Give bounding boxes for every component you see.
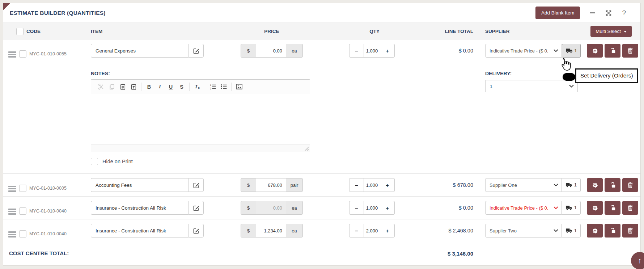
gear-icon xyxy=(592,227,598,234)
edit-item-button[interactable] xyxy=(188,224,204,238)
notes-textarea[interactable] xyxy=(91,94,310,144)
help-icon[interactable]: ? xyxy=(622,9,626,17)
paste-text-button[interactable] xyxy=(129,82,138,92)
minimize-icon[interactable] xyxy=(590,12,595,13)
page-title: ESTIMATE BUILDER (QUANTITIES) xyxy=(10,10,106,16)
numbered-list-button[interactable]: 12 xyxy=(208,82,217,92)
strikethrough-button[interactable]: S xyxy=(177,82,186,92)
set-delivery-button[interactable]: 1 xyxy=(562,201,581,215)
item-name-input[interactable] xyxy=(91,201,188,215)
drag-handle-icon[interactable] xyxy=(8,51,16,58)
cursor-pointer-icon xyxy=(559,58,571,72)
qty-input[interactable] xyxy=(364,201,380,215)
price-input[interactable] xyxy=(256,178,286,192)
edit-item-button[interactable] xyxy=(188,201,204,215)
row-checkbox[interactable] xyxy=(19,50,26,58)
paste-button[interactable] xyxy=(118,82,127,92)
multi-select-button[interactable]: Multi Select xyxy=(590,26,632,37)
gear-icon xyxy=(592,182,598,189)
edit-item-button[interactable] xyxy=(188,44,204,58)
qty-decrease-button[interactable]: − xyxy=(349,44,364,58)
drag-handle-icon[interactable] xyxy=(8,209,16,215)
qty-input[interactable] xyxy=(364,44,380,58)
trash-icon xyxy=(627,182,633,188)
unlock-button[interactable] xyxy=(605,178,620,192)
delete-button[interactable] xyxy=(622,224,638,238)
settings-button[interactable] xyxy=(587,44,603,58)
remove-format-button[interactable]: Tx xyxy=(192,82,202,92)
set-delivery-button[interactable]: 1 xyxy=(562,178,581,192)
settings-button[interactable] xyxy=(587,178,603,192)
set-delivery-button[interactable]: 1 xyxy=(562,224,581,238)
delivery-select[interactable]: 1 xyxy=(485,80,578,92)
underline-button[interactable]: U xyxy=(166,82,175,92)
tooltip: Set Delivery (Orders) xyxy=(575,68,638,83)
delivery-count: 1 xyxy=(574,228,577,233)
qty-input[interactable] xyxy=(364,178,380,192)
edit-item-button[interactable] xyxy=(188,178,204,192)
cost-centre-total-value: $ 3,146.00 xyxy=(398,251,474,257)
cut-button[interactable] xyxy=(96,82,106,92)
drag-handle-icon[interactable] xyxy=(8,186,16,192)
row-checkbox[interactable] xyxy=(19,185,26,192)
qty-decrease-button[interactable]: − xyxy=(349,224,364,238)
expand-icon[interactable] xyxy=(605,9,612,17)
delivery-count: 1 xyxy=(574,182,577,188)
unlock-button[interactable] xyxy=(605,224,620,238)
resize-handle[interactable] xyxy=(305,147,309,151)
chevron-down-icon xyxy=(554,206,558,209)
supplier-select[interactable]: Supplier Two xyxy=(485,224,562,238)
table-row: MYC-01-010-0005 $ pair − + $ 67 xyxy=(3,174,640,197)
drag-handle-icon[interactable] xyxy=(8,231,16,238)
column-header-supplier: SUPPLIER xyxy=(485,29,510,34)
item-name-input[interactable] xyxy=(91,44,188,58)
hide-on-print-checkbox[interactable] xyxy=(91,158,98,165)
qty-decrease-button[interactable]: − xyxy=(349,201,364,215)
qty-increase-button[interactable]: + xyxy=(380,178,395,192)
bold-button[interactable]: B xyxy=(144,82,154,92)
supplier-select[interactable]: Supplier One xyxy=(485,178,562,192)
italic-button[interactable]: I xyxy=(155,82,165,92)
supplier-select[interactable]: Indicative Trade Price - ($ 0.00) xyxy=(485,201,562,215)
add-blank-item-button[interactable]: Add Blank Item xyxy=(535,7,580,19)
qty-input[interactable] xyxy=(364,224,380,238)
qty-increase-button[interactable]: + xyxy=(380,224,395,238)
price-input[interactable] xyxy=(256,224,286,238)
item-code: MYC-01-010-0040 xyxy=(29,209,67,214)
svg-text:2: 2 xyxy=(210,87,211,90)
qty-increase-button[interactable]: + xyxy=(380,44,395,58)
set-delivery-button[interactable]: 1 xyxy=(562,44,581,58)
unlock-icon xyxy=(609,47,616,54)
line-total: $ 2,468.00 xyxy=(398,224,474,234)
row-checkbox[interactable] xyxy=(19,207,26,215)
notes-editor: B I U S Tx 12 xyxy=(91,79,310,152)
delete-button[interactable] xyxy=(622,178,638,192)
chevron-down-icon xyxy=(554,184,558,186)
copy-button[interactable] xyxy=(107,82,116,92)
bullet-list-button[interactable] xyxy=(219,82,228,92)
price-input[interactable] xyxy=(256,44,286,58)
delete-button[interactable] xyxy=(622,44,638,58)
row-checkbox[interactable] xyxy=(19,230,26,238)
unlock-button[interactable] xyxy=(605,201,620,215)
arrow-up-icon: ↑ xyxy=(638,256,642,265)
supplier-select[interactable]: Indicative Trade Price - ($ 0.00) xyxy=(485,44,562,58)
unlock-button[interactable] xyxy=(605,44,620,58)
qty-increase-button[interactable]: + xyxy=(380,201,395,215)
item-code: MYC-01-010-0055 xyxy=(29,51,67,56)
item-name-input[interactable] xyxy=(91,178,188,192)
edit-pencil-icon xyxy=(193,48,199,54)
select-all-checkbox[interactable] xyxy=(16,28,24,35)
currency-prefix: $ xyxy=(241,224,256,238)
cost-centre-total-row: COST CENTRE TOTAL: $ 3,146.00 xyxy=(3,242,640,265)
qty-decrease-button[interactable]: − xyxy=(349,178,364,192)
line-total: $ 0.00 xyxy=(398,201,474,211)
settings-button[interactable] xyxy=(587,201,603,215)
settings-button[interactable] xyxy=(587,224,603,238)
truck-icon xyxy=(565,182,572,188)
scroll-top-button[interactable]: ↑ xyxy=(631,252,644,269)
item-name-input[interactable] xyxy=(91,224,188,238)
chevron-down-icon xyxy=(569,85,574,88)
delete-button[interactable] xyxy=(622,201,638,215)
insert-image-button[interactable] xyxy=(234,82,244,92)
